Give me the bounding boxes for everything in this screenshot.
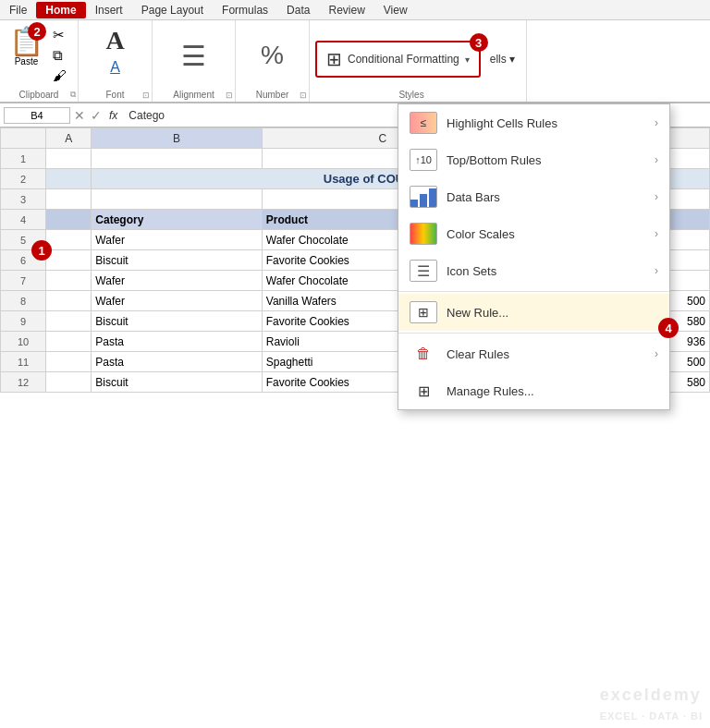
alignment-expand-icon[interactable]: ⊡ (226, 91, 233, 100)
highlight-cells-rules-label: Highlight Cells Rules (447, 116, 645, 130)
format-painter-button[interactable]: 🖌 (50, 67, 69, 84)
row-header[interactable]: 10 (1, 332, 46, 352)
cell-7-B[interactable]: Wafer (92, 271, 262, 291)
alignment-group: ☰ Alignment ⊡ (153, 20, 236, 102)
data-bars-item[interactable]: Data Bars › (398, 178, 669, 215)
cell-6-A[interactable] (46, 250, 92, 271)
number-expand-icon[interactable]: ⊡ (300, 91, 307, 100)
cell-12-B[interactable]: Biscuit (92, 372, 262, 393)
cell-9-A[interactable] (46, 311, 92, 332)
row-header[interactable]: 9 (1, 311, 46, 332)
number-group: % Number ⊡ (236, 20, 310, 102)
svg-rect-1 (420, 194, 427, 207)
clear-rules-item[interactable]: 🗑 Clear Rules › (398, 335, 669, 372)
menu-item-formulas[interactable]: Formulas (213, 2, 277, 18)
clipboard-expand-icon[interactable]: ⧉ (70, 90, 76, 100)
copy-button[interactable]: ⧉ (50, 46, 69, 65)
new-rule-item[interactable]: ⊞ New Rule... 4 (398, 294, 669, 331)
cell-12-A[interactable] (46, 372, 92, 393)
cell-11-A[interactable] (46, 352, 92, 372)
top-bottom-rules-item[interactable]: ↑10 Top/Bottom Rules › (398, 141, 669, 178)
menu-item-insert[interactable]: Insert (86, 2, 132, 18)
cell-11-B[interactable]: Pasta (92, 352, 262, 372)
font-expand-icon[interactable]: ⊡ (142, 91, 150, 100)
colorscales-icon (410, 223, 437, 245)
topbottom-arrow-icon: › (655, 153, 658, 166)
new-rule-icon: ⊞ (410, 301, 437, 323)
badge-1: 1 (31, 240, 52, 261)
data-bars-label: Data Bars (447, 190, 645, 204)
row-header[interactable]: 4 (1, 210, 46, 230)
manage-rules-item[interactable]: ⊞ Manage Rules... (398, 372, 669, 409)
row-header[interactable]: 3 (1, 189, 46, 210)
row-header[interactable]: 11 (1, 352, 46, 372)
color-scales-item[interactable]: Color Scales › (398, 215, 669, 252)
cell-5-B[interactable]: Wafer (92, 230, 262, 250)
menu-item-home[interactable]: Home (36, 2, 85, 18)
col-header-b[interactable]: B (92, 128, 262, 149)
col-header-a[interactable]: A (46, 128, 92, 149)
cell-3-B[interactable] (92, 189, 262, 210)
styles-label: Styles (310, 90, 513, 100)
databars-icon (410, 186, 437, 208)
font-label: Font (79, 90, 152, 100)
cell-5-A[interactable] (46, 230, 92, 250)
row-header[interactable]: 2 (1, 169, 46, 189)
dropdown-separator-1 (398, 291, 669, 292)
row-header[interactable]: 8 (1, 291, 46, 311)
cell-4-A[interactable] (46, 210, 92, 230)
color-scales-label: Color Scales (447, 227, 645, 241)
cell-10-A[interactable] (46, 332, 92, 352)
font-icon: A (105, 26, 124, 55)
cf-button-label: Conditional Formatting (348, 53, 459, 66)
row-header[interactable]: 12 (1, 372, 46, 393)
icon-sets-label: Icon Sets (447, 264, 645, 278)
font-selector[interactable]: A (104, 24, 126, 57)
highlight-icon: ≤ (410, 112, 437, 134)
row-header[interactable]: 1 (1, 149, 46, 169)
cell-1-A[interactable] (46, 149, 92, 169)
highlight-cells-rules-item[interactable]: ≤ Highlight Cells Rules › (398, 104, 669, 141)
menu-item-data[interactable]: Data (277, 2, 319, 18)
scissors-icon: ✂ (53, 27, 65, 43)
number-label: Number (236, 90, 309, 100)
cell-6-B[interactable]: Biscuit (92, 250, 262, 271)
conditional-formatting-dropdown: ≤ Highlight Cells Rules › ↑10 Top/Bottom… (398, 103, 670, 410)
databars-arrow-icon: › (655, 190, 658, 203)
iconsets-arrow-icon: › (655, 264, 658, 277)
cancel-formula-icon[interactable]: ✕ (74, 108, 85, 123)
ribbon: 📋 Paste ✂ ⧉ 🖌 2 Clipboard (0, 20, 710, 103)
highlight-arrow-icon: › (655, 116, 658, 129)
number-icon: % (261, 41, 284, 70)
cell-8-B[interactable]: Wafer (92, 291, 262, 311)
watermark: exceldemyEXCEL · DATA · BI (593, 682, 710, 728)
cell-9-B[interactable]: Biscuit (92, 311, 262, 332)
cells-button[interactable]: ells ▾ (484, 49, 520, 69)
underline-button[interactable]: A (110, 59, 120, 76)
svg-rect-0 (410, 200, 418, 207)
cell-10-B[interactable]: Pasta (92, 332, 262, 352)
iconsets-icon: ☰ (410, 260, 437, 282)
cell-1-B[interactable] (92, 149, 262, 169)
copy-icon: ⧉ (53, 47, 63, 64)
menu-item-review[interactable]: Review (319, 2, 373, 18)
font-group: A A Font ⊡ (79, 20, 153, 102)
conditional-formatting-button[interactable]: ⊞ Conditional Formatting ▾ 3 (315, 41, 481, 78)
row-header[interactable]: 7 (1, 271, 46, 291)
cell-7-A[interactable] (46, 271, 92, 291)
clipboard-group: 📋 Paste ✂ ⧉ 🖌 2 Clipboard (0, 20, 79, 102)
clear-rules-icon: 🗑 (410, 343, 437, 365)
cut-button[interactable]: ✂ (50, 26, 69, 44)
cell-3-A[interactable] (46, 189, 92, 210)
badge-2: 2 (28, 22, 46, 41)
menu-item-page-layout[interactable]: Page Layout (132, 2, 213, 18)
cell-8-A[interactable] (46, 291, 92, 311)
cell-4-B[interactable]: Category (92, 210, 262, 230)
icon-sets-item[interactable]: ☰ Icon Sets › (398, 252, 669, 289)
menu-item-view[interactable]: View (374, 2, 417, 18)
badge-4: 4 (658, 318, 679, 338)
menu-item-file[interactable]: File (0, 2, 36, 18)
cf-dropdown-arrow: ▾ (465, 55, 470, 65)
confirm-formula-icon[interactable]: ✓ (91, 108, 102, 123)
name-box[interactable]: B4 (4, 107, 70, 124)
